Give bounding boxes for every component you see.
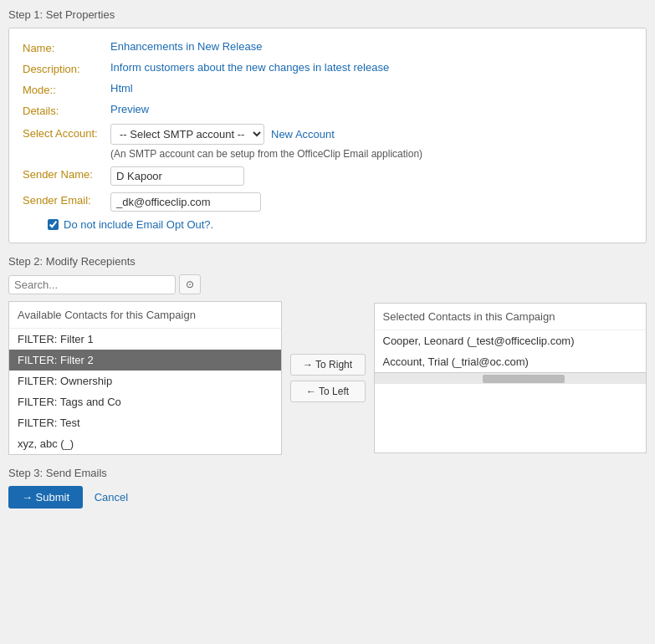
list-item[interactable]: FILTER: Filter 1 xyxy=(9,329,281,350)
step1-card: Name: Enhancements in New Release Descri… xyxy=(8,28,647,243)
left-panel-header: Available Contacts for this Campaign xyxy=(9,302,281,329)
right-panel-header: Selected Contacts in this Campaign xyxy=(375,304,647,330)
smtp-hint: (An SMTP account can be setup from the O… xyxy=(110,148,632,160)
page-container: Step 1: Set Properties Name: Enhancement… xyxy=(8,8,647,509)
desc-row: Description: Inform customers about the … xyxy=(23,61,632,75)
list-item[interactable]: FILTER: Test xyxy=(9,412,281,433)
list-item[interactable]: Cooper, Leonard (_test@officeclip.com) xyxy=(375,330,647,351)
search-icon: ⊙ xyxy=(186,279,194,290)
desc-label: Description: xyxy=(23,61,110,75)
search-row: ⊙ xyxy=(8,274,647,294)
new-account-link[interactable]: New Account xyxy=(271,128,335,141)
list-item[interactable]: FILTER: Filter 2 xyxy=(9,350,281,371)
two-panel: Available Contacts for this Campaign FIL… xyxy=(8,301,647,455)
name-row: Name: Enhancements in New Release xyxy=(23,40,632,54)
name-value: Enhancements in New Release xyxy=(110,40,262,53)
preview-link[interactable]: Preview xyxy=(110,103,149,115)
mode-row: Mode:: Html xyxy=(23,82,632,96)
list-item[interactable]: xyz, abc (_) xyxy=(9,433,281,454)
search-button[interactable]: ⊙ xyxy=(179,274,201,294)
select-account-label: Select Account: xyxy=(23,124,110,140)
smtp-select[interactable]: -- Select SMTP account -- xyxy=(110,124,264,145)
step3-title: Step 3: Send Emails xyxy=(8,467,647,479)
sender-email-input[interactable] xyxy=(110,192,261,212)
search-input[interactable] xyxy=(8,275,176,294)
to-left-button[interactable]: ← To Left xyxy=(290,381,366,402)
select-account-row: Select Account: -- Select SMTP account -… xyxy=(23,124,632,145)
left-panel-list: FILTER: Filter 1FILTER: Filter 2FILTER: … xyxy=(9,329,281,454)
list-item[interactable]: FILTER: Ownership xyxy=(9,371,281,391)
scrollbar-thumb xyxy=(483,375,564,383)
list-item[interactable]: FILTER: Tags and Co xyxy=(9,391,281,412)
details-row: Details: Preview xyxy=(23,103,632,117)
opt-out-label: Do not include Email Opt Out?. xyxy=(64,218,213,231)
opt-out-checkbox[interactable] xyxy=(48,219,59,230)
selected-contacts-panel: Selected Contacts in this Campaign Coope… xyxy=(374,303,647,453)
sender-email-label: Sender Email: xyxy=(23,192,110,207)
to-right-button[interactable]: → To Right xyxy=(290,354,366,376)
sender-name-input[interactable] xyxy=(110,166,244,186)
right-panel-list: Cooper, Leonard (_test@officeclip.com)Ac… xyxy=(375,330,647,372)
sender-email-row: Sender Email: xyxy=(23,192,632,212)
submit-button[interactable]: → Submit xyxy=(8,486,83,509)
horizontal-scrollbar[interactable] xyxy=(375,372,647,384)
sender-name-label: Sender Name: xyxy=(23,166,110,181)
step2-container: ⊙ Available Contacts for this Campaign F… xyxy=(8,274,647,455)
sender-name-row: Sender Name: xyxy=(23,166,632,186)
name-label: Name: xyxy=(23,40,110,54)
details-label: Details: xyxy=(23,103,110,117)
mode-label: Mode:: xyxy=(23,82,110,96)
select-wrapper: -- Select SMTP account -- New Account xyxy=(110,124,335,145)
desc-value: Inform customers about the new changes i… xyxy=(110,61,389,74)
available-contacts-panel: Available Contacts for this Campaign FIL… xyxy=(8,301,282,455)
transfer-buttons: → To Right ← To Left xyxy=(282,354,374,402)
list-item[interactable]: Account, Trial (_trial@oc.com) xyxy=(375,351,647,372)
step3-area: → Submit Cancel xyxy=(8,486,647,509)
step2-title: Step 2: Modify Recepients xyxy=(8,255,647,268)
opt-out-row: Do not include Email Opt Out?. xyxy=(48,218,632,231)
step1-title: Step 1: Set Properties xyxy=(8,8,647,21)
mode-value: Html xyxy=(110,82,133,95)
cancel-link[interactable]: Cancel xyxy=(95,491,128,503)
